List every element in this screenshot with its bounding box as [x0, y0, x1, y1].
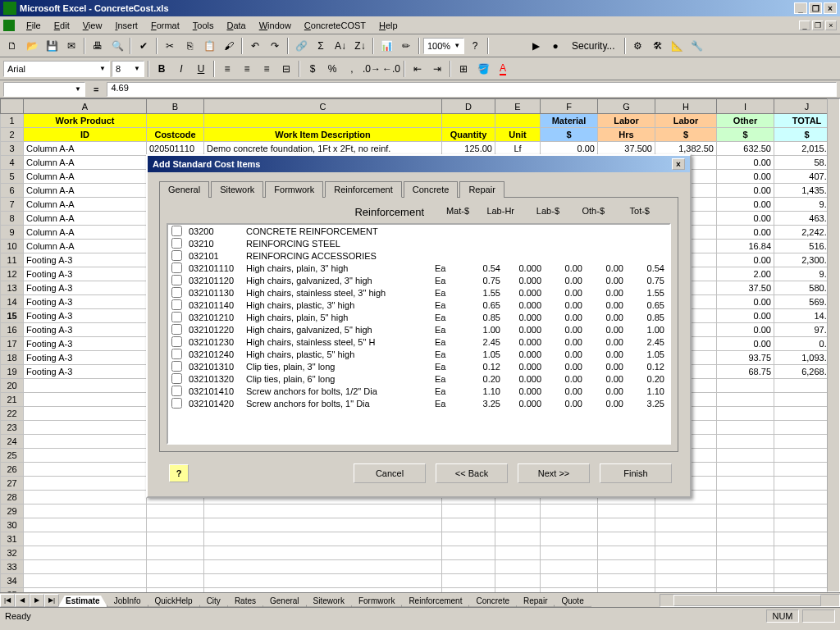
- doc-restore-button[interactable]: ❐: [812, 21, 824, 30]
- borders-icon[interactable]: ⊞: [454, 60, 472, 78]
- sheet-tab-city[interactable]: City: [199, 596, 228, 607]
- dialog-tab-sitework[interactable]: Sitework: [211, 181, 263, 198]
- play-macro-icon[interactable]: ▶: [527, 37, 545, 55]
- sheet-tab-estimate[interactable]: Estimate: [58, 596, 107, 607]
- dialog-tab-general[interactable]: General: [159, 181, 209, 198]
- list-item[interactable]: 03200CONCRETE REINFORCEMENT: [168, 225, 669, 237]
- underline-icon[interactable]: U: [192, 60, 210, 78]
- last-sheet-button[interactable]: ▶|: [44, 594, 59, 607]
- menu-edit[interactable]: Edit: [48, 19, 76, 32]
- drawing-icon[interactable]: ✏: [397, 37, 415, 55]
- menu-data[interactable]: Data: [220, 19, 252, 32]
- save-icon[interactable]: 💾: [43, 37, 61, 55]
- dialog-tab-formwork[interactable]: Formwork: [265, 181, 323, 198]
- list-item[interactable]: 032101210High chairs, plain, 5" highEa0.…: [168, 311, 669, 323]
- dialog-tab-repair[interactable]: Repair: [459, 181, 504, 198]
- currency-icon[interactable]: $: [304, 60, 322, 78]
- cancel-button[interactable]: Cancel: [354, 463, 426, 483]
- back-button[interactable]: << Back: [436, 463, 508, 483]
- sheet-tab-sitework[interactable]: Sitework: [306, 596, 352, 607]
- list-item[interactable]: 032101110High chairs, plain, 3" highEa0.…: [168, 262, 669, 274]
- item-checkbox[interactable]: [171, 226, 182, 236]
- sheet-tab-concrete[interactable]: Concrete: [468, 596, 517, 607]
- list-item[interactable]: 032101310Clip ties, plain, 3" longEa0.12…: [168, 360, 669, 372]
- copy-icon[interactable]: ⎘: [180, 37, 199, 55]
- autosum-icon[interactable]: Σ: [312, 37, 330, 55]
- table-row[interactable]: 32: [1, 546, 840, 560]
- restore-button[interactable]: ❐: [809, 2, 822, 14]
- item-checkbox[interactable]: [171, 398, 182, 409]
- item-checkbox[interactable]: [171, 336, 182, 347]
- tools-icon[interactable]: 🛠: [649, 37, 667, 55]
- list-item[interactable]: 032101220High chairs, galvanized, 5" hig…: [168, 323, 669, 336]
- menu-help[interactable]: Help: [372, 19, 404, 32]
- table-row[interactable]: 31: [1, 532, 840, 546]
- menu-insert[interactable]: Insert: [108, 19, 144, 32]
- horizontal-scrollbar[interactable]: [660, 594, 840, 607]
- list-item[interactable]: 032101240High chairs, plastic, 5" highEa…: [168, 348, 669, 360]
- item-checkbox[interactable]: [171, 250, 182, 261]
- table-row[interactable]: 29: [1, 504, 840, 518]
- design-mode-icon[interactable]: 📐: [669, 37, 687, 55]
- decrease-decimal-icon[interactable]: ←.0: [382, 60, 400, 78]
- sheet-tab-rates[interactable]: Rates: [227, 596, 263, 607]
- chart-icon[interactable]: 📊: [377, 37, 395, 55]
- fill-color-icon[interactable]: 🪣: [474, 60, 492, 78]
- hyperlink-icon[interactable]: 🔗: [292, 37, 310, 55]
- menu-format[interactable]: Format: [144, 19, 186, 32]
- list-item[interactable]: 032101420Screw anchors for bolts, 1" Dia…: [168, 397, 669, 409]
- list-item[interactable]: 032101130High chairs, stainless steel, 3…: [168, 286, 669, 299]
- controls-icon[interactable]: 🔧: [688, 37, 706, 55]
- item-checkbox[interactable]: [171, 324, 182, 335]
- sheet-tab-repair[interactable]: Repair: [516, 596, 555, 607]
- dialog-titlebar[interactable]: Add Standard Cost Items ×: [148, 156, 690, 172]
- dialog-tab-concrete[interactable]: Concrete: [404, 181, 459, 198]
- list-item[interactable]: 032101410Screw anchors for bolts, 1/2" D…: [168, 385, 669, 397]
- spelling-icon[interactable]: ✔: [135, 37, 153, 55]
- comma-icon[interactable]: ,: [343, 60, 361, 78]
- item-checkbox[interactable]: [171, 299, 182, 310]
- table-row[interactable]: 3Column A-A020501110Demo concrete founda…: [1, 142, 840, 156]
- print-icon[interactable]: 🖶: [89, 37, 107, 55]
- align-center-icon[interactable]: ≡: [238, 60, 256, 78]
- item-checkbox[interactable]: [171, 386, 182, 396]
- merge-center-icon[interactable]: ⊟: [277, 60, 295, 78]
- cost-items-listbox[interactable]: 03200CONCRETE REINFORCEMENT03210REINFORC…: [167, 223, 671, 445]
- list-item[interactable]: 032101320Clip ties, plain, 6" longEa0.20…: [168, 372, 669, 385]
- sheet-tab-reinforcement[interactable]: Reinforcement: [401, 596, 469, 607]
- help-icon[interactable]: ?: [466, 37, 484, 55]
- align-left-icon[interactable]: ≡: [218, 60, 236, 78]
- item-checkbox[interactable]: [171, 238, 182, 249]
- italic-icon[interactable]: I: [172, 60, 190, 78]
- record-macro-icon[interactable]: ●: [546, 37, 564, 55]
- new-icon[interactable]: 🗋: [3, 37, 21, 55]
- close-button[interactable]: ×: [824, 2, 837, 14]
- list-item[interactable]: 032101230High chairs, stainless steel, 5…: [168, 336, 669, 348]
- formula-input[interactable]: 4.69: [107, 82, 837, 97]
- font-combo[interactable]: Arial▼: [3, 61, 110, 77]
- first-sheet-button[interactable]: |◀: [0, 594, 15, 607]
- item-checkbox[interactable]: [171, 312, 182, 322]
- next-button[interactable]: Next >>: [518, 463, 590, 483]
- open-icon[interactable]: 📂: [23, 37, 41, 55]
- menu-view[interactable]: View: [76, 19, 109, 32]
- format-painter-icon[interactable]: 🖌: [220, 37, 238, 55]
- menu-concretecost[interactable]: ConcreteCOST: [298, 19, 372, 32]
- help-button[interactable]: ?: [169, 464, 189, 482]
- vba-icon[interactable]: ⚙: [629, 37, 647, 55]
- font-size-combo[interactable]: 8▼: [112, 61, 144, 77]
- doc-close-button[interactable]: ×: [825, 21, 837, 30]
- sheet-tab-general[interactable]: General: [262, 596, 307, 607]
- sheet-tab-formwork[interactable]: Formwork: [351, 596, 402, 607]
- paste-icon[interactable]: 📋: [200, 37, 218, 55]
- mail-icon[interactable]: ✉: [62, 37, 80, 55]
- next-sheet-button[interactable]: ▶: [30, 594, 44, 607]
- column-headers[interactable]: ABC DEF GHIJ: [1, 99, 840, 114]
- item-checkbox[interactable]: [171, 349, 182, 359]
- sheet-tab-quickhelp[interactable]: QuickHelp: [148, 596, 200, 607]
- font-color-icon[interactable]: A: [494, 60, 512, 78]
- sheet-tab-quote[interactable]: Quote: [554, 596, 591, 607]
- doc-minimize-button[interactable]: _: [799, 21, 810, 30]
- list-item[interactable]: 032101140High chairs, plastic, 3" highEa…: [168, 299, 669, 311]
- sort-desc-icon[interactable]: Z↓: [351, 37, 369, 55]
